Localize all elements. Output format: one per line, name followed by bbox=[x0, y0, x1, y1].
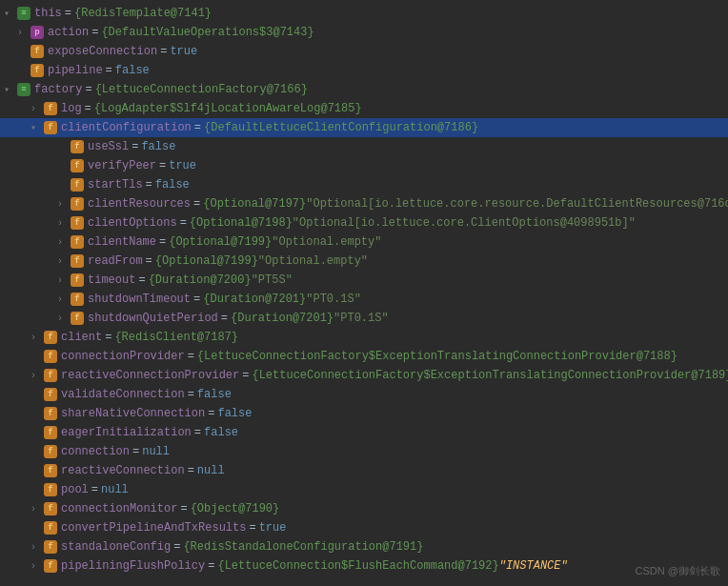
var-name: action bbox=[48, 26, 89, 39]
equals-sign: = bbox=[138, 273, 145, 287]
expand-arrow[interactable] bbox=[4, 8, 17, 19]
tree-row[interactable]: flog = {LogAdapter$Slf4jLocationAwareLog… bbox=[0, 99, 728, 118]
tree-row[interactable]: freadFrom = {Optional@7199} "Optional.em… bbox=[0, 252, 728, 271]
var-type: {Duration@7201} bbox=[231, 312, 334, 325]
expand-arrow[interactable] bbox=[57, 275, 71, 286]
var-value-null: null bbox=[142, 445, 170, 458]
type-icon-p: p bbox=[30, 26, 44, 39]
var-name: pipeliningFlushPolicy bbox=[61, 559, 205, 573]
expand-arrow[interactable] bbox=[30, 122, 44, 133]
var-name: shareNativeConnection bbox=[61, 407, 205, 420]
expand-arrow[interactable] bbox=[57, 218, 71, 229]
equals-sign: = bbox=[91, 26, 98, 39]
equals-sign: = bbox=[91, 483, 98, 496]
tree-row[interactable]: fconnectionMonitor = {Object@7190} bbox=[0, 499, 728, 518]
equals-sign: = bbox=[146, 178, 152, 192]
expand-arrow[interactable] bbox=[30, 104, 44, 114]
tree-row[interactable]: ≡this = {RedisTemplate@7141} bbox=[0, 4, 728, 23]
tree-row[interactable]: fclientConfiguration = {DefaultLettuceCl… bbox=[0, 118, 728, 137]
var-value-string: "PT5S" bbox=[252, 273, 293, 287]
equals-sign: = bbox=[180, 502, 187, 515]
tree-row[interactable]: fexposeConnection = true bbox=[0, 42, 728, 61]
equals-sign: = bbox=[85, 83, 91, 96]
type-icon-f: f bbox=[71, 197, 84, 211]
var-type: {LettuceConnectionFactory@7166} bbox=[95, 83, 308, 96]
var-type: {DefaultLettuceClientConfiguration@7186} bbox=[204, 121, 478, 134]
tree-row[interactable]: fclientResources = {Optional@7197} "Opti… bbox=[0, 194, 728, 213]
debug-tree[interactable]: ≡this = {RedisTemplate@7141}paction = {D… bbox=[0, 0, 728, 586]
type-icon-f: f bbox=[44, 407, 57, 420]
expand-arrow[interactable] bbox=[57, 256, 71, 267]
var-type: {LogAdapter$Slf4jLocationAwareLog@7185} bbox=[94, 102, 362, 115]
expand-arrow[interactable] bbox=[30, 542, 44, 553]
var-name: client bbox=[61, 331, 102, 344]
expand-arrow[interactable] bbox=[57, 199, 71, 210]
var-name: log bbox=[61, 102, 82, 115]
var-type: {LettuceConnection$FlushEachCommand@7192… bbox=[217, 559, 498, 573]
expand-arrow[interactable] bbox=[4, 84, 17, 95]
var-value-highlight: "INSTANCE" bbox=[499, 559, 568, 573]
tree-row[interactable]: fpipeliningFlushPolicy = {LettuceConnect… bbox=[0, 556, 728, 576]
type-icon-f: f bbox=[71, 273, 84, 287]
tree-row[interactable]: fclientName = {Optional@7199} "Optional.… bbox=[0, 232, 728, 252]
var-name: reactiveConnectionProvider bbox=[61, 369, 239, 382]
var-name: useSsl bbox=[88, 140, 129, 153]
tree-row[interactable]: fshutdownQuietPeriod = {Duration@7201} "… bbox=[0, 309, 728, 328]
var-name: this bbox=[34, 7, 62, 20]
var-value-null: null bbox=[101, 483, 129, 496]
tree-row[interactable]: fclientOptions = {Optional@7198} "Option… bbox=[0, 213, 728, 232]
type-icon-f: f bbox=[71, 235, 84, 249]
equals-sign: = bbox=[159, 235, 166, 249]
equals-sign: = bbox=[188, 350, 194, 363]
equals-sign: = bbox=[106, 64, 112, 77]
tree-row[interactable]: fstartTls = false bbox=[0, 175, 728, 194]
expand-arrow[interactable] bbox=[57, 294, 71, 305]
tree-row[interactable]: fvalidateConnection = false bbox=[0, 385, 728, 404]
var-type: {LettuceConnectionFactory$ExceptionTrans… bbox=[252, 369, 728, 382]
expand-arrow[interactable] bbox=[30, 504, 44, 515]
var-name: pool bbox=[61, 483, 89, 496]
tree-row[interactable]: fpipeline = false bbox=[0, 61, 728, 80]
var-value-string: "PT0.1S" bbox=[334, 312, 389, 325]
tree-row[interactable]: fuseSsl = false bbox=[0, 137, 728, 156]
tree-row[interactable]: fpool = null bbox=[0, 480, 728, 499]
var-value-bool: false bbox=[141, 140, 175, 153]
tree-row[interactable]: fconnectionProvider = {LettuceConnection… bbox=[0, 347, 728, 366]
var-name: connectionProvider bbox=[61, 350, 185, 363]
equals-sign: = bbox=[242, 369, 249, 382]
type-icon-f: f bbox=[30, 45, 44, 58]
tree-row[interactable]: paction = {DefaultValueOperations$3@7143… bbox=[0, 23, 728, 42]
tree-row[interactable]: ≡factory = {LettuceConnectionFactory@716… bbox=[0, 80, 728, 99]
type-icon-f: f bbox=[44, 483, 57, 496]
type-icon-f: f bbox=[44, 121, 57, 134]
tree-row[interactable]: freactiveConnection = null bbox=[0, 461, 728, 480]
expand-arrow[interactable] bbox=[30, 333, 44, 343]
expand-arrow[interactable] bbox=[57, 313, 71, 324]
var-name: connection bbox=[61, 445, 130, 458]
var-name: clientConfiguration bbox=[61, 121, 192, 134]
tree-row[interactable]: fconnection = null bbox=[0, 442, 728, 461]
expand-arrow[interactable] bbox=[30, 371, 44, 381]
tree-row[interactable]: fstandaloneConfig = {RedisStandaloneConf… bbox=[0, 537, 728, 556]
watermark: CSDN @御剑长歌 bbox=[636, 564, 720, 578]
expand-arrow[interactable] bbox=[30, 561, 44, 572]
tree-row[interactable]: freactiveConnectionProvider = {LettuceCo… bbox=[0, 366, 728, 385]
var-type: {Duration@7200} bbox=[149, 273, 252, 287]
tree-row[interactable]: ftimeout = {Duration@7200} "PT5S" bbox=[0, 271, 728, 290]
tree-row[interactable]: fclient = {RedisClient@7187} bbox=[0, 328, 728, 347]
tree-row[interactable]: fverifyPeer = true bbox=[0, 156, 728, 175]
var-value-null: null bbox=[197, 464, 225, 477]
tree-row[interactable]: fconvertPipelineAndTxResults = true bbox=[0, 518, 728, 537]
tree-row[interactable]: fshareNativeConnection = false bbox=[0, 404, 728, 423]
equals-sign: = bbox=[249, 521, 255, 535]
var-value-string: "Optional[io.lettuce.core.ClientOptions@… bbox=[293, 216, 636, 230]
equals-sign: = bbox=[132, 445, 139, 458]
var-name: clientResources bbox=[88, 197, 191, 211]
var-type: {RedisClient@7187} bbox=[114, 331, 238, 344]
expand-arrow[interactable] bbox=[57, 237, 71, 248]
expand-arrow[interactable] bbox=[17, 28, 30, 38]
var-name: clientOptions bbox=[88, 216, 177, 230]
tree-row[interactable]: feagerInitialization = false bbox=[0, 423, 728, 442]
type-icon-eq: ≡ bbox=[17, 7, 30, 20]
tree-row[interactable]: fshutdownTimeout = {Duration@7201} "PT0.… bbox=[0, 290, 728, 309]
